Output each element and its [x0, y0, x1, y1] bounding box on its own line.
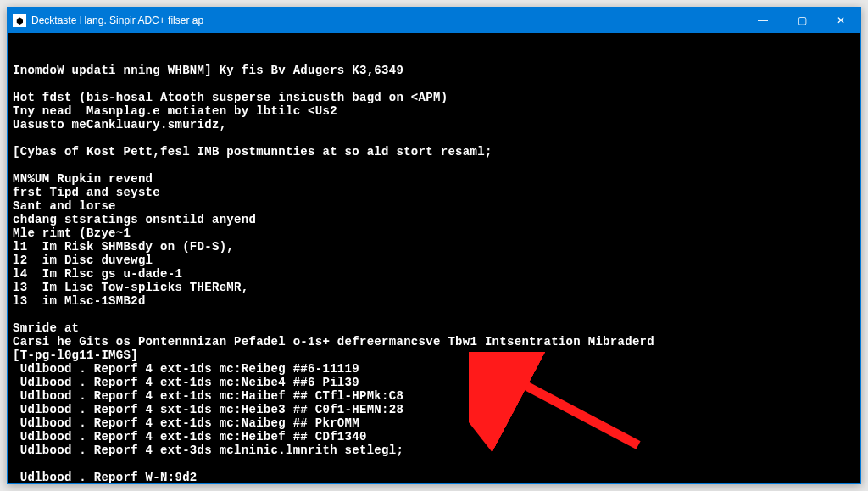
console-line: l1 Im Risk SHMBsdy on (FD-S),: [13, 240, 855, 254]
console-line: Sant and lorse: [13, 199, 855, 213]
console-line: l3 Im Lisc Tow-splicks THEReMR,: [13, 281, 855, 294]
console-line: Udlbood . Reporf 4 ext-1ds mc:Haibef ## …: [13, 389, 855, 403]
console-line: l2 im Disc duvewgl: [13, 254, 855, 267]
console-output[interactable]: InomdoW updati nning WHBNM] Ky fis Bv Ad…: [8, 33, 860, 483]
console-line: l4 Im Rlsc gs u-dade-1: [13, 267, 855, 281]
console-line: Udlbood . Reporf 4 ext-1ds mc:Naibeg ## …: [13, 416, 855, 430]
console-line: [13, 77, 855, 91]
console-line: InomdoW updati nning WHBNM] Ky fis Bv Ad…: [13, 64, 855, 77]
window-title: Decktaste Hang. Sinpir ADC+ filser ap: [31, 14, 743, 26]
console-line: Udlbood . Reporf 4 ext-1ds mc:Neibe4 ##6…: [13, 376, 855, 389]
console-line: Smride at: [13, 321, 855, 335]
console-line: [13, 308, 855, 321]
console-line: Udlbood . Reporf 4 ext-1ds mc:Reibeg ##6…: [13, 362, 855, 376]
console-line: [13, 131, 855, 145]
window-controls: — ▢ ✕: [743, 8, 860, 33]
maximize-button[interactable]: ▢: [782, 8, 821, 33]
console-line: l3 im Mlsc-1SMB2d: [13, 294, 855, 308]
console-line: Mle rimt (Bzye~1: [13, 226, 855, 240]
console-line: Hot fdst (bis-hosal Atooth susperse insi…: [13, 91, 855, 104]
terminal-window: ⬢ Decktaste Hang. Sinpir ADC+ filser ap …: [7, 7, 861, 484]
console-line: [13, 457, 855, 471]
console-line: Udlbood . Reporf 4 ext-1ds mc:Heibef ## …: [13, 430, 855, 444]
console-line: Udlbood . Reporf 4 ext-3ds mclninic.lmnr…: [13, 444, 855, 457]
console-line: [13, 159, 855, 172]
console-line: [Cybas of Kost Pett,fesl IMB postmunntie…: [13, 145, 855, 159]
titlebar[interactable]: ⬢ Decktaste Hang. Sinpir ADC+ filser ap …: [8, 8, 860, 33]
app-icon: ⬢: [13, 14, 26, 27]
console-line: MN%UM Rupkin revend: [13, 172, 855, 186]
console-line: Udlbood . Reporf 4 sxt-1ds mc:Heibe3 ## …: [13, 403, 855, 416]
console-line: frst Tipd and seyste: [13, 186, 855, 199]
console-line: [T-pg-l0g11-IMGS]: [13, 349, 855, 362]
console-line: Udlbood . Reporf W-N:9d2: [13, 471, 855, 483]
console-line: Carsi he Gits os Pontennnizan Pefadel o-…: [13, 335, 855, 349]
console-line: chdang stsratings onsntild anyend: [13, 213, 855, 226]
close-button[interactable]: ✕: [821, 8, 860, 33]
console-line: Tny nead Masnplag.e motiaten by lbtilc <…: [13, 104, 855, 118]
minimize-button[interactable]: —: [743, 8, 782, 33]
console-line: Uasusto meCankluaury.smuridz,: [13, 118, 855, 131]
